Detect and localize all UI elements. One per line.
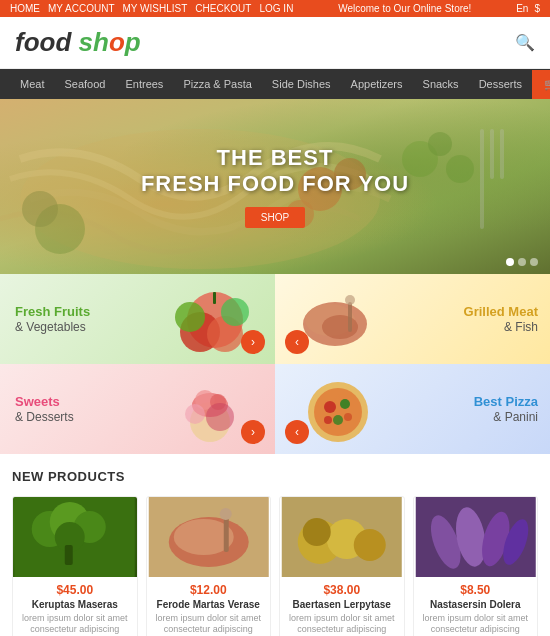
promo-grid: Fresh Fruits & Vegetables › bbox=[0, 274, 550, 454]
hero-dots bbox=[506, 258, 538, 266]
product-desc-2: lorem ipsum dolor sit amet consectetur a… bbox=[152, 613, 266, 635]
product-info-4: $8.50 Nastasersin Dolera lorem ipsum dol… bbox=[414, 577, 538, 636]
nav-entrees[interactable]: Entrees bbox=[115, 69, 173, 99]
nav-meat[interactable]: Meat bbox=[10, 69, 54, 99]
nav-account[interactable]: MY ACCOUNT bbox=[48, 3, 115, 14]
product-info-1: $45.00 Keruptas Maseras lorem ipsum dolo… bbox=[13, 577, 137, 636]
promo-pizza-subtitle: & Panini bbox=[474, 410, 538, 424]
svg-rect-7 bbox=[480, 129, 484, 229]
product-card-1: $45.00 Keruptas Maseras lorem ipsum dolo… bbox=[12, 496, 138, 636]
product-desc-4: lorem ipsum dolor sit amet consectetur a… bbox=[419, 613, 533, 635]
promo-fruits-subtitle: & Vegetables bbox=[15, 320, 90, 334]
svg-rect-21 bbox=[348, 302, 352, 332]
svg-point-34 bbox=[324, 416, 332, 424]
hero-title-line2: FRESH FOOD FOR YOU bbox=[141, 171, 409, 197]
logo[interactable]: food shop bbox=[15, 27, 141, 58]
svg-rect-8 bbox=[490, 129, 494, 179]
svg-point-51 bbox=[303, 518, 331, 546]
product-name-3: Baertasen Lerpytase bbox=[285, 599, 399, 611]
dot-1[interactable] bbox=[506, 258, 514, 266]
main-nav: Meat Seafood Entrees Pizza & Pasta Side … bbox=[0, 69, 550, 99]
svg-point-46 bbox=[219, 508, 231, 520]
product-card-3: $38.00 Baertasen Lerpytase lorem ipsum d… bbox=[279, 496, 405, 636]
svg-point-16 bbox=[221, 298, 249, 326]
promo-sweets-arrow[interactable]: › bbox=[241, 420, 265, 444]
hero-title-line1: THE BEST bbox=[141, 145, 409, 171]
svg-point-15 bbox=[175, 302, 205, 332]
hero-banner: THE BEST FRESH FOOD FOR YOU SHOP bbox=[0, 99, 550, 274]
product-price-2: $12.00 bbox=[152, 583, 266, 597]
product-name-1: Keruptas Maseras bbox=[18, 599, 132, 611]
svg-point-6 bbox=[446, 155, 474, 183]
promo-fruits-title: Fresh Fruits bbox=[15, 304, 90, 321]
promo-fresh-fruits[interactable]: Fresh Fruits & Vegetables › bbox=[0, 274, 275, 364]
svg-rect-45 bbox=[223, 517, 228, 552]
product-desc-3: lorem ipsum dolor sit amet consectetur a… bbox=[285, 613, 399, 635]
svg-point-35 bbox=[344, 413, 352, 421]
svg-point-28 bbox=[185, 404, 205, 424]
nav-desserts[interactable]: Desserts bbox=[469, 69, 532, 99]
product-img-1 bbox=[13, 497, 137, 577]
product-img-2 bbox=[147, 497, 271, 577]
svg-point-22 bbox=[345, 295, 355, 305]
product-img-3 bbox=[280, 497, 404, 577]
svg-point-5 bbox=[428, 132, 452, 156]
header: food shop 🔍 bbox=[0, 17, 550, 69]
nav-cart[interactable]: 🛒 0 bbox=[532, 70, 550, 99]
svg-point-32 bbox=[340, 399, 350, 409]
top-bar-nav[interactable]: HOME MY ACCOUNT MY WISHLIST CHECKOUT LOG… bbox=[10, 3, 293, 14]
promo-meat-subtitle: & Fish bbox=[464, 320, 538, 334]
product-price-4: $8.50 bbox=[419, 583, 533, 597]
promo-fruits-text: Fresh Fruits & Vegetables bbox=[0, 292, 105, 347]
nav-seafood[interactable]: Seafood bbox=[54, 69, 115, 99]
header-right: 🔍 bbox=[515, 33, 535, 52]
top-bar-right: En $ bbox=[516, 3, 540, 14]
dot-2[interactable] bbox=[518, 258, 526, 266]
product-card-4: $8.50 Nastasersin Dolera lorem ipsum dol… bbox=[413, 496, 539, 636]
product-info-2: $12.00 Ferode Martas Verase lorem ipsum … bbox=[147, 577, 271, 636]
product-name-4: Nastasersin Dolera bbox=[419, 599, 533, 611]
promo-pizza-arrow[interactable]: ‹ bbox=[285, 420, 309, 444]
nav-snacks[interactable]: Snacks bbox=[413, 69, 469, 99]
currency-selector[interactable]: $ bbox=[534, 3, 540, 14]
svg-point-50 bbox=[354, 529, 386, 561]
nav-wishlist[interactable]: MY WISHLIST bbox=[123, 3, 188, 14]
new-products-title: NEW PRODUCTS bbox=[12, 469, 538, 484]
nav-appetizers[interactable]: Appetizers bbox=[341, 69, 413, 99]
promo-fruits-arrow[interactable]: › bbox=[241, 330, 265, 354]
svg-point-31 bbox=[324, 401, 336, 413]
product-img-4 bbox=[414, 497, 538, 577]
logo-food: food bbox=[15, 27, 71, 58]
svg-point-20 bbox=[322, 315, 358, 339]
product-desc-1: lorem ipsum dolor sit amet consectetur a… bbox=[18, 613, 132, 635]
top-bar: HOME MY ACCOUNT MY WISHLIST CHECKOUT LOG… bbox=[0, 0, 550, 17]
promo-grilled-meat[interactable]: Grilled Meat & Fish ‹ bbox=[275, 274, 550, 364]
promo-meat-arrow[interactable]: ‹ bbox=[285, 330, 309, 354]
promo-sweets-subtitle: & Desserts bbox=[15, 410, 74, 424]
product-card-2: $12.00 Ferode Martas Verase lorem ipsum … bbox=[146, 496, 272, 636]
dot-3[interactable] bbox=[530, 258, 538, 266]
welcome-text: Welcome to Our Online Store! bbox=[338, 3, 471, 14]
nav-login[interactable]: LOG IN bbox=[259, 3, 293, 14]
nav-sides[interactable]: Side Dishes bbox=[262, 69, 341, 99]
hero-shop-button[interactable]: SHOP bbox=[245, 207, 305, 228]
product-price-3: $38.00 bbox=[285, 583, 399, 597]
promo-pizza-text: Best Pizza & Panini bbox=[459, 382, 550, 437]
svg-rect-41 bbox=[65, 545, 73, 565]
logo-o: o bbox=[109, 27, 125, 57]
svg-point-11 bbox=[22, 191, 58, 227]
promo-sweets[interactable]: Sweets & Desserts › bbox=[0, 364, 275, 454]
hero-text: THE BEST FRESH FOOD FOR YOU SHOP bbox=[141, 145, 409, 229]
promo-sweets-text: Sweets & Desserts bbox=[0, 382, 89, 437]
logo-shop: shop bbox=[71, 27, 140, 58]
products-section: NEW PRODUCTS $45.00 Keruptas Maseras lor… bbox=[0, 454, 550, 636]
nav-pizza[interactable]: Pizza & Pasta bbox=[173, 69, 261, 99]
nav-checkout[interactable]: CHECKOUT bbox=[195, 3, 251, 14]
product-name-2: Ferode Martas Verase bbox=[152, 599, 266, 611]
svg-rect-17 bbox=[213, 292, 216, 304]
language-selector[interactable]: En bbox=[516, 3, 528, 14]
search-button[interactable]: 🔍 bbox=[515, 33, 535, 52]
nav-home[interactable]: HOME bbox=[10, 3, 40, 14]
promo-pizza[interactable]: Best Pizza & Panini ‹ bbox=[275, 364, 550, 454]
promo-meat-text: Grilled Meat & Fish bbox=[449, 292, 550, 347]
